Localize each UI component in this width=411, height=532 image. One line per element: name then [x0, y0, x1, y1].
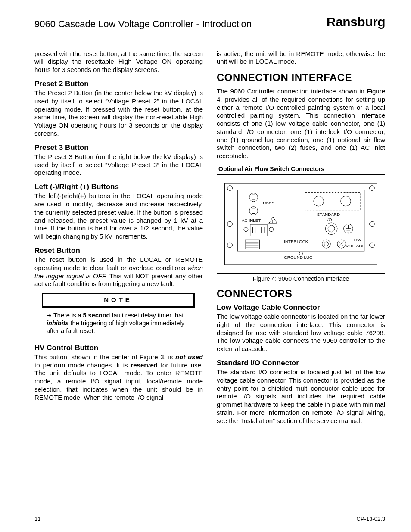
svg-point-9 — [314, 196, 324, 206]
right-column: is active, the unit will be in REMOTE mo… — [217, 50, 385, 430]
note-inhibits: inhibits — [47, 320, 69, 327]
svg-point-38 — [299, 252, 303, 255]
svg-text:!: ! — [272, 219, 273, 224]
svg-point-13 — [249, 207, 258, 215]
svg-point-28 — [322, 240, 331, 249]
svg-point-29 — [324, 242, 328, 246]
svg-point-5 — [227, 243, 233, 248]
hv-continuation: is active, the unit will be in REMOTE mo… — [217, 50, 385, 66]
page-number: 11 — [34, 516, 40, 523]
hv-reserved: reserved — [131, 361, 158, 369]
page: 9060 Cascade Low Voltage Controller - In… — [0, 0, 411, 532]
preset2-heading: Preset 2 Button — [34, 79, 203, 88]
lv-connector-heading: Low Voltage Cable Connector — [217, 303, 385, 312]
preset3-body: The Preset 3 Button (on the right below … — [34, 153, 203, 177]
svg-rect-19 — [253, 227, 256, 233]
preset2-body: The Preset 2 Button (in the center below… — [34, 89, 203, 138]
preset3-heading: Preset 3 Button — [34, 143, 203, 152]
svg-point-2 — [370, 186, 375, 191]
body-columns: pressed with the reset button, at the sa… — [34, 50, 385, 430]
svg-point-22 — [328, 225, 335, 232]
sio-connector-body: The standard I/O connector is located ju… — [217, 368, 385, 425]
svg-point-6 — [370, 243, 375, 248]
note-timer: timer — [158, 312, 171, 319]
sio-connector-heading: Standard I/O Connector — [217, 358, 385, 367]
leftright-body: The left(-)/right(+) buttons in the LOCA… — [34, 192, 203, 241]
svg-point-3 — [227, 221, 233, 227]
intro-continuation: pressed with the reset button, at the sa… — [34, 50, 203, 74]
svg-point-21 — [325, 223, 337, 234]
arrow-icon: ➜ — [47, 312, 52, 320]
note-label: NOTE — [42, 293, 195, 308]
svg-rect-12 — [252, 195, 255, 200]
leftright-heading: Left (-)/Right (+) Buttons — [34, 182, 203, 191]
voltage-label: VOLTAGE — [346, 243, 365, 248]
page-footer: 11 CP-13-02.3 — [34, 516, 385, 523]
reset-body-b: This will — [107, 272, 135, 280]
doc-number: CP-13-02.3 — [357, 516, 385, 523]
svg-point-10 — [341, 196, 351, 206]
reset-body-a: The reset button is used in the LOCAL or… — [34, 256, 203, 271]
svg-rect-20 — [261, 227, 265, 233]
hv-body: This button, shown in the center of Figu… — [34, 353, 203, 402]
left-column: pressed with the reset button, at the sa… — [34, 50, 203, 430]
brand-logo: Ransburg — [327, 14, 385, 30]
figure-4-diagram: FUSES STANDARD I/O AC INLET ! — [217, 174, 385, 274]
note-b: fault reset delay — [110, 312, 157, 319]
figure-top-caption: Optional Air Flow Switch Connectors — [218, 165, 385, 173]
hv-heading: HV Control Button — [34, 343, 203, 352]
svg-point-11 — [249, 193, 258, 202]
hv-b: to perform mode changes. It is — [34, 361, 131, 369]
hv-a: This button, shown in the center of Figu… — [34, 353, 175, 361]
svg-point-17 — [269, 227, 274, 232]
note-d: that — [171, 312, 184, 319]
note-5sec: 5 second — [83, 312, 110, 319]
reset-body: The reset button is used in the LOCAL or… — [34, 256, 203, 288]
lv-connector-body: The low voltage cable connector is locat… — [217, 313, 385, 353]
connection-interface-body: The 9060 Controller connection interface… — [217, 87, 385, 160]
connectors-heading: CONNECTORS — [217, 287, 385, 300]
header-title: 9060 Cascade Low Voltage Controller - In… — [34, 18, 252, 30]
svg-rect-0 — [225, 183, 377, 265]
reset-body-not: NOT — [135, 272, 149, 280]
interlock-label: INTERLOCK — [284, 239, 308, 244]
note-box: NOTE ➜There is a 5 second fault reset de… — [42, 293, 195, 339]
low-label: LOW — [352, 237, 361, 242]
svg-point-16 — [244, 227, 248, 232]
connection-interface-svg: FUSES STANDARD I/O AC INLET ! — [221, 178, 381, 270]
svg-point-1 — [227, 186, 233, 191]
reset-heading: Reset Button — [34, 246, 203, 255]
acinlet-label: AC INLET — [242, 218, 261, 223]
connection-interface-heading: CONNECTION INTERFACE — [217, 71, 385, 84]
fuses-label: FUSES — [260, 200, 274, 205]
svg-rect-14 — [252, 208, 255, 214]
hv-notused: not used — [175, 353, 203, 361]
svg-rect-33 — [245, 240, 259, 249]
io-label: I/O — [326, 217, 332, 222]
ground-label: GROUND LUG — [284, 255, 312, 260]
note-a: There is a — [53, 312, 83, 319]
standard-label: STANDARD — [317, 212, 340, 217]
page-header: 9060 Cascade Low Voltage Controller - In… — [34, 14, 385, 34]
note-body: ➜There is a 5 second fault reset delay t… — [47, 311, 191, 339]
svg-point-4 — [370, 221, 375, 227]
figure-caption: Figure 4: 9060 Connection Interface — [217, 275, 385, 283]
